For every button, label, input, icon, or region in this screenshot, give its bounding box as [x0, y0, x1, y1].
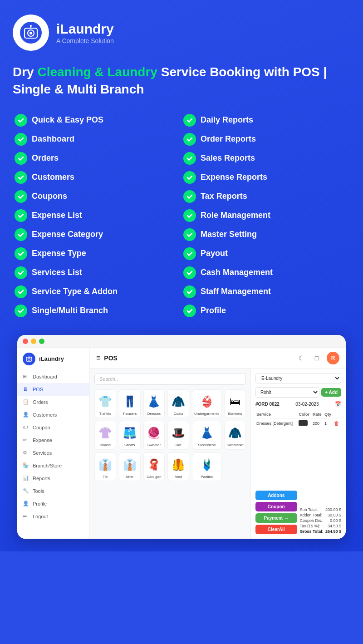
product-name: Hat	[170, 443, 187, 447]
sidebar-item-dashboard[interactable]: ⊞ Dashboard	[17, 370, 89, 383]
sidebar-item-label: Expense	[33, 438, 52, 443]
product-card[interactable]: 👚 Blouse	[94, 421, 116, 450]
sidebar-item-profile[interactable]: 👤 Profile	[17, 497, 89, 510]
product-image: 👚	[97, 425, 113, 441]
check-icon	[183, 247, 196, 260]
product-card[interactable]: 🧥 Coats	[167, 389, 189, 418]
delete-icon[interactable]: 🗑	[334, 420, 339, 427]
feature-label: Order Reports	[201, 134, 256, 144]
sidebar-item-branch-store[interactable]: 🏪 Branch/Store	[17, 459, 89, 472]
expense-icon: ✏	[23, 437, 29, 443]
feature-label: Staff Management	[201, 287, 271, 296]
logout-icon: ⬅	[23, 513, 29, 520]
sidebar-item-pos[interactable]: 🖥 POS	[17, 383, 89, 396]
cart-bottom: Addons Coupon Payment → ClearAll Sub Tot…	[255, 491, 341, 534]
feature-item: Expense Type	[13, 244, 182, 263]
customers-icon: 👤	[23, 412, 29, 418]
check-icon	[183, 152, 196, 165]
product-card[interactable]: 🧥 Sweatshirt	[224, 421, 246, 450]
feature-label: Expense Type	[32, 249, 86, 258]
feature-item: Customers	[13, 168, 182, 187]
feature-label: Dashboard	[32, 134, 74, 144]
check-icon	[183, 114, 196, 127]
sidebar-item-services[interactable]: ⚙ Services	[17, 447, 89, 459]
product-card[interactable]: 👔 Tie	[94, 452, 116, 482]
features-right-col: Daily Reports Order Reports Sales Report…	[182, 111, 350, 320]
product-card[interactable]: 👔 Shirt	[119, 452, 141, 482]
cart-delete[interactable]: 🗑	[333, 418, 341, 428]
sidebar-item-tools[interactable]: 🔧 Tools	[17, 485, 89, 497]
addons-button[interactable]: Addons	[255, 491, 297, 500]
product-card[interactable]: 👖 Trousers	[119, 389, 141, 418]
menu-icon[interactable]: ≡	[96, 354, 100, 362]
check-icon	[183, 190, 196, 203]
summary-gross-total: Gross Total: 264.50 $	[300, 529, 342, 534]
sidebar-item-logout[interactable]: ⬅ Logout	[17, 510, 89, 523]
product-card[interactable]: 👗 Dresses	[143, 389, 165, 418]
product-card[interactable]: 🛏 Blankets	[224, 389, 246, 418]
payment-button[interactable]: Payment →	[255, 513, 297, 523]
feature-label: Expense List	[32, 211, 82, 220]
color-swatch	[299, 420, 308, 426]
product-card[interactable]: 👙 Undergarments	[192, 389, 221, 418]
ss-sidebar-logo: iLaundry	[17, 348, 89, 370]
product-card[interactable]: 👕 T-shirts	[94, 389, 116, 418]
check-icon	[15, 209, 27, 222]
sidebar-item-orders[interactable]: 📋 Orders	[17, 396, 89, 408]
clearall-button[interactable]: ClearAll	[255, 525, 297, 534]
product-name: Sleeveless	[194, 443, 219, 447]
summary-label: Coupon Dis.:	[300, 518, 324, 523]
app-tagline: A Complete Solution	[56, 37, 114, 44]
feature-label: Expense Reports	[201, 172, 267, 182]
branch-select[interactable]: E-Laundry	[255, 373, 341, 383]
product-name: Coats	[170, 412, 187, 416]
product-image: 🎩	[170, 425, 186, 441]
customer-select[interactable]: Rohit	[255, 387, 319, 398]
search-input[interactable]: Search..	[94, 373, 246, 385]
check-icon	[15, 305, 27, 317]
feature-item: Sales Reports	[182, 149, 350, 168]
product-card[interactable]: 👗 Sleeveless	[192, 421, 221, 450]
product-card[interactable]: 🩳 Shorts	[119, 421, 141, 450]
cart-row: Dresses [Detergent] 200 1 🗑	[255, 418, 341, 428]
product-name: Blouse	[97, 443, 114, 447]
product-name: Blankets	[226, 412, 244, 416]
feature-label: Daily Reports	[201, 115, 253, 125]
summary-coupon: Coupon Dis.: 0.00 $	[300, 518, 342, 523]
svg-point-4	[30, 25, 32, 27]
sidebar-item-label: Profile	[33, 501, 47, 506]
feature-item: Payout	[182, 244, 350, 263]
avatar[interactable]: R	[327, 352, 339, 364]
ss-sidebar: iLaundry ⊞ Dashboard 🖥 POS 📋 Orders 👤 Cu…	[17, 348, 90, 539]
product-image: 👖	[122, 393, 138, 410]
sidebar-item-customers[interactable]: 👤 Customers	[17, 408, 89, 421]
logo-area: iLaundry A Complete Solution	[13, 15, 350, 51]
add-button[interactable]: + Add	[321, 388, 341, 397]
summary-label: Tax (15 %):	[300, 524, 321, 528]
headline: Dry Cleaning & Laundry Service Booking w…	[13, 64, 350, 98]
sidebar-item-label: Orders	[33, 399, 48, 405]
product-card[interactable]: 🦺 Vest	[167, 452, 189, 482]
product-card[interactable]: 🧣 Cardigan	[143, 452, 165, 482]
moon-icon[interactable]: ☾	[296, 353, 307, 364]
sidebar-item-expense[interactable]: ✏ Expense	[17, 434, 89, 447]
branch-icon: 🏪	[23, 462, 29, 469]
features-grid: Quick & Easy POS Dashboard Orders Custom…	[13, 111, 350, 320]
coupon-button[interactable]: Coupon	[255, 502, 297, 511]
product-name: Sweater	[146, 443, 163, 447]
sidebar-item-reports[interactable]: 📊 Reports	[17, 472, 89, 485]
sidebar-item-coupon[interactable]: 🏷 Coupon	[17, 421, 89, 434]
calendar-icon[interactable]: 📅	[335, 401, 341, 407]
sidebar-item-label: Dashboard	[33, 374, 57, 379]
check-icon	[183, 171, 196, 184]
product-card[interactable]: 🩱 Panties	[192, 452, 221, 482]
product-card[interactable]: 🎩 Hat	[167, 421, 189, 450]
feature-item: Tax Reports	[182, 187, 350, 206]
window-icon[interactable]: □	[311, 353, 322, 364]
check-icon	[15, 285, 27, 298]
logo-icon	[13, 15, 49, 51]
feature-item: Cash Management	[182, 263, 350, 282]
profile-icon: 👤	[23, 501, 29, 507]
product-card[interactable]: 🧶 Sweater	[143, 421, 165, 450]
topbar-left: ≡ POS	[96, 354, 118, 362]
